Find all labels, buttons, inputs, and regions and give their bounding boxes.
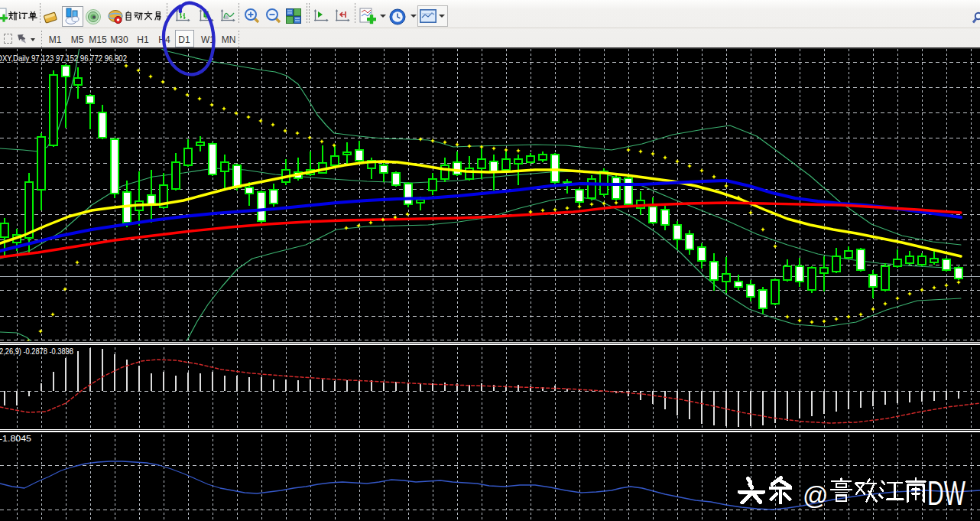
svg-text:-1.8045: -1.8045 (0, 434, 31, 443)
svg-text:DW: DW (927, 474, 965, 512)
svg-text:DXY,Daily 97.123 97.152 96.77: DXY,Daily 97.123 97.152 96.772 96.902 (0, 54, 127, 63)
svg-text:2,26,9) -0.2878 -0.3898: 2,26,9) -0.2878 -0.3898 (0, 347, 73, 356)
svg-text:@: @ (803, 481, 829, 510)
